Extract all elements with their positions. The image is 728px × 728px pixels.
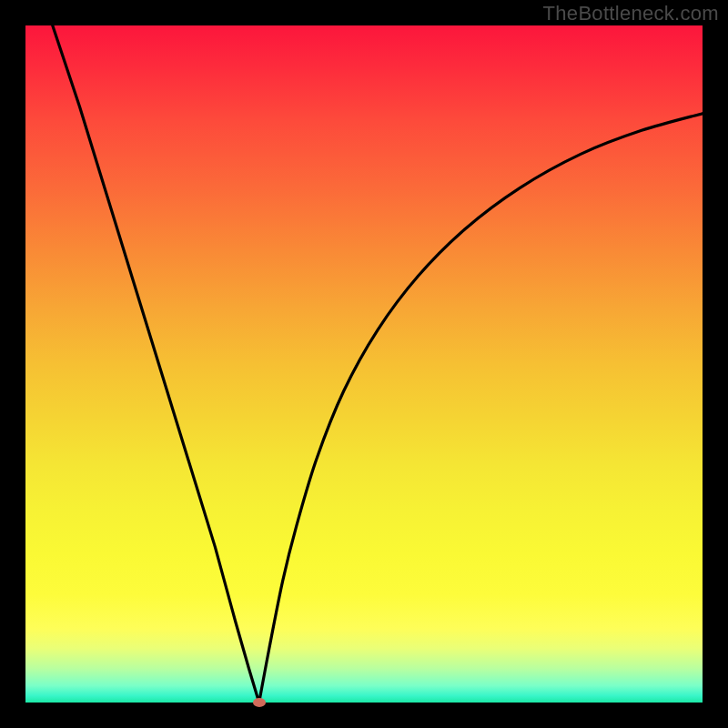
curve-svg xyxy=(25,25,703,703)
bottleneck-curve xyxy=(53,25,703,703)
watermark-text: TheBottleneck.com xyxy=(543,2,719,25)
plot-area xyxy=(25,25,703,703)
chart-frame: TheBottleneck.com xyxy=(0,0,728,728)
optimum-marker xyxy=(253,698,266,707)
